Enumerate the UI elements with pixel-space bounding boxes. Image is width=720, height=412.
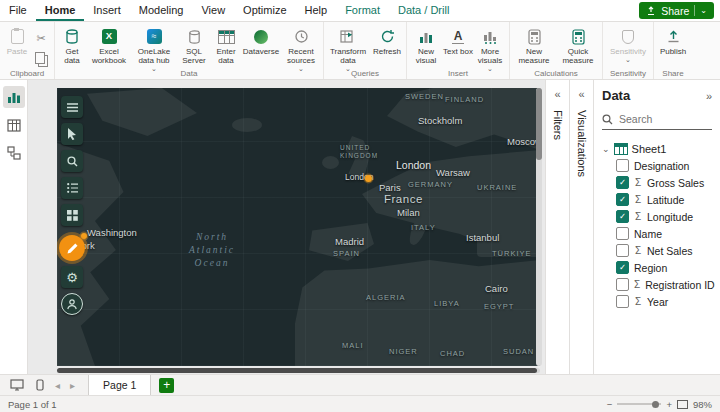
share-button-label: Share [661, 5, 689, 17]
field-row-latitude[interactable]: ✓ Σ Latitude [602, 191, 712, 208]
checkbox-checked[interactable]: ✓ [616, 193, 629, 206]
zoom-in-icon[interactable]: + [666, 399, 672, 410]
collapse-data-pane-icon[interactable]: » [706, 90, 712, 102]
add-page-button[interactable]: + [159, 378, 174, 393]
horizontal-scrollbar[interactable] [57, 368, 540, 373]
map-basemap-button[interactable] [61, 204, 83, 226]
country-label: SWEDEN [405, 92, 444, 101]
sql-server-button[interactable]: SQL Server [177, 25, 211, 66]
field-row-net-sales[interactable]: Σ Net Sales [602, 242, 712, 259]
checkbox-unchecked[interactable] [616, 295, 629, 308]
map-settings-button[interactable]: ⚙ [61, 266, 83, 288]
monitor-icon [10, 379, 24, 391]
tab-view[interactable]: View [192, 0, 234, 21]
report-canvas[interactable]: North Atlantic Ocean SWEDEN FINLAND UNIT… [28, 80, 545, 374]
tab-data-drill[interactable]: Data / Drill [389, 0, 458, 21]
zoom-slider[interactable] [617, 403, 661, 405]
data-point-label-washington: Washington [87, 227, 137, 238]
map-search-button[interactable] [61, 150, 83, 172]
copy-button[interactable] [33, 52, 49, 66]
city-label: Cairo [485, 283, 508, 294]
zoom-slider-thumb[interactable] [652, 401, 659, 408]
tab-modeling[interactable]: Modeling [130, 0, 193, 21]
map-account-button[interactable] [61, 293, 83, 315]
more-visuals-button[interactable]: More visuals ⌄ [473, 25, 507, 71]
checkbox-checked[interactable]: ✓ [616, 210, 629, 223]
sensitivity-button[interactable]: Sensitivity ⌄ [605, 25, 651, 62]
country-label: LIBYA [434, 299, 460, 308]
data-point-london[interactable] [365, 175, 372, 182]
field-row-designation[interactable]: Designation [602, 157, 712, 174]
paste-button[interactable]: Paste [2, 25, 32, 57]
visualizations-pane-title[interactable]: Visualizations [576, 110, 588, 177]
expand-filters-icon[interactable]: « [554, 88, 560, 100]
field-row-region[interactable]: ✓ Region [602, 259, 712, 276]
map-visual[interactable]: North Atlantic Ocean SWEDEN FINLAND UNIT… [57, 88, 540, 366]
country-label: EGYPT [484, 302, 514, 311]
table-row-sheet1[interactable]: ⌄ Sheet1 [602, 140, 712, 157]
share-button[interactable]: Share ⌄ [639, 2, 714, 19]
field-search[interactable] [602, 109, 712, 130]
checkbox-checked[interactable]: ✓ [616, 261, 629, 274]
refresh-button[interactable]: Refresh [370, 25, 404, 57]
table-view-icon [7, 119, 21, 132]
table-name[interactable]: Sheet1 [632, 143, 667, 155]
checkbox-checked[interactable]: ✓ [616, 176, 629, 189]
transform-data-button[interactable]: Transform data ⌄ [326, 25, 370, 71]
report-view-button[interactable] [3, 86, 25, 108]
tab-file[interactable]: File [0, 0, 36, 21]
checkbox-unchecked[interactable] [616, 278, 629, 291]
recent-sources-button[interactable]: Recent sources ⌄ [281, 25, 321, 71]
mobile-layout-button[interactable] [30, 379, 50, 391]
next-page-button[interactable]: ▸ [65, 380, 80, 391]
map-select-button[interactable] [61, 123, 83, 145]
checkbox-unchecked[interactable] [616, 227, 629, 240]
field-row-registration-id[interactable]: Σ Registration ID [602, 276, 712, 293]
field-row-gross-sales[interactable]: ✓ Σ Gross Sales [602, 174, 712, 191]
model-view-button[interactable] [3, 142, 25, 164]
cut-button[interactable]: ✂ [33, 31, 49, 45]
field-row-year[interactable]: Σ Year [602, 293, 712, 310]
tab-help[interactable]: Help [296, 0, 337, 21]
filters-pane-title[interactable]: Filters [552, 110, 564, 140]
country-label: NIGER [389, 347, 418, 356]
new-visual-button[interactable]: New visual [409, 25, 443, 66]
tab-optimize[interactable]: Optimize [234, 0, 295, 21]
map-menu-button[interactable] [61, 96, 83, 118]
tab-insert[interactable]: Insert [84, 0, 130, 21]
checkbox-unchecked[interactable] [616, 159, 629, 172]
plus-icon: + [163, 378, 170, 393]
horizontal-scrollbar-thumb[interactable] [57, 368, 537, 373]
excel-workbook-button[interactable]: X Excel workbook [87, 25, 131, 66]
publish-button[interactable]: Publish [656, 25, 690, 57]
zoom-out-icon[interactable]: − [607, 399, 613, 410]
tab-format[interactable]: Format [336, 0, 389, 21]
search-input[interactable] [617, 112, 706, 126]
map-layers-list-button[interactable] [61, 177, 83, 199]
new-measure-button[interactable]: New measure [512, 25, 556, 66]
dataverse-button[interactable]: Dataverse [241, 25, 281, 57]
vertical-scrollbar-thumb[interactable] [536, 88, 542, 160]
field-row-name[interactable]: Name [602, 225, 712, 242]
expand-visualizations-icon[interactable]: « [578, 88, 584, 100]
fit-to-page-icon[interactable] [677, 400, 688, 409]
table-view-button[interactable] [3, 114, 25, 136]
prev-page-button[interactable]: ◂ [50, 380, 65, 391]
grid-icon [67, 210, 78, 221]
onelake-data-hub-button[interactable]: ≈ OneLake data hub ⌄ [131, 25, 177, 71]
map-edit-button-active[interactable] [59, 235, 85, 261]
share-dropdown-icon[interactable]: ⌄ [700, 6, 707, 15]
field-row-longitude[interactable]: ✓ Σ Longitude [602, 208, 712, 225]
text-box-button[interactable]: A Text box [443, 25, 473, 57]
tab-home[interactable]: Home [36, 0, 85, 21]
page-navigation-bar: ◂ ▸ Page 1 + [0, 374, 720, 395]
chevron-down-icon[interactable]: ⌄ [602, 144, 610, 154]
enter-data-button[interactable]: Enter data [211, 25, 241, 66]
checkbox-unchecked[interactable] [616, 244, 629, 257]
get-data-button[interactable]: Get data [57, 25, 87, 66]
ribbon-group-clipboard: Paste ✂ Clipboard [0, 22, 55, 79]
quick-measure-button[interactable]: Quick measure [556, 25, 600, 66]
page-tab-active[interactable]: Page 1 [88, 375, 151, 396]
vertical-scrollbar[interactable] [536, 88, 542, 366]
desktop-layout-button[interactable] [0, 379, 30, 391]
